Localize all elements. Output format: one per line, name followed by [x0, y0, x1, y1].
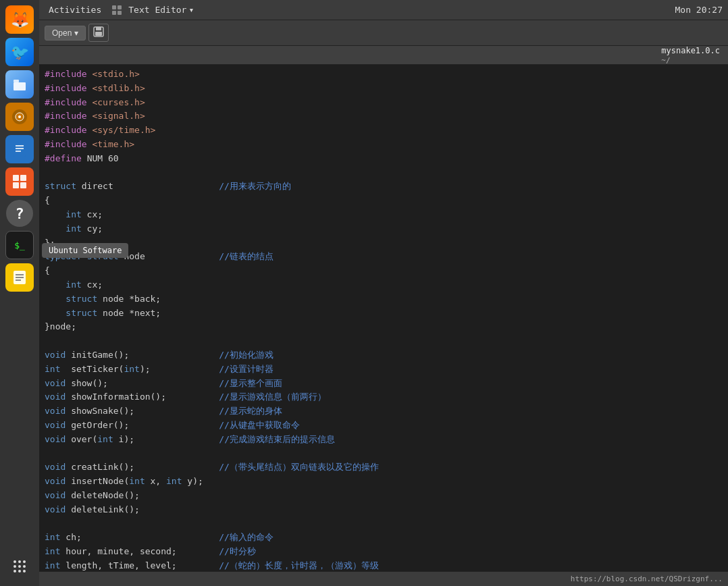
code-line: int cx;	[45, 208, 723, 222]
svg-point-24	[18, 570, 21, 572]
sidebar-item-apps[interactable]	[5, 552, 34, 581]
sidebar-item-terminal[interactable]: $_	[5, 231, 34, 259]
svg-rect-31	[96, 27, 101, 30]
svg-rect-6	[16, 145, 24, 146]
top-bar-left: Activities Text Editor ▾	[45, 3, 194, 16]
sidebar-item-ubuntu-software[interactable]	[5, 167, 34, 196]
svg-point-18	[18, 560, 21, 563]
svg-rect-7	[16, 148, 24, 149]
code-line: void deleteLink();	[45, 503, 723, 517]
bottom-url: https://blog.csdn.net/QSDrizgnf...	[571, 575, 723, 583]
code-line: typedef struct node //链表的结点	[45, 250, 723, 264]
svg-rect-0	[14, 80, 19, 82]
code-line: int cx;	[45, 278, 723, 292]
svg-rect-1	[14, 82, 26, 90]
code-line: void showSnake(); //显示蛇的身体	[45, 404, 723, 419]
sidebar: 🦊 🐦 ? $_	[0, 0, 39, 586]
bottom-bar: https://blog.csdn.net/QSDrizgnf...	[39, 571, 728, 586]
code-line	[45, 447, 723, 461]
code-line: void creatLink(); //（带头尾结点）双向链表以及它的操作	[45, 460, 723, 475]
code-line: void insertNode(int x, int y);	[45, 475, 723, 489]
svg-point-19	[23, 560, 26, 563]
tooltip: Ubuntu Software	[42, 243, 128, 258]
svg-rect-15	[16, 277, 24, 278]
code-line: #include <time.h>	[45, 138, 723, 152]
save-button[interactable]	[88, 24, 109, 42]
code-line: #include <stdio.h>	[45, 68, 723, 82]
code-line: #include <sys/time.h>	[45, 124, 723, 138]
svg-point-20	[14, 565, 16, 568]
code-line: int hour, minute, second; //时分秒	[45, 545, 723, 559]
sidebar-item-files[interactable]	[5, 70, 34, 99]
file-title: mysnake1.0.c ~/	[661, 46, 720, 65]
code-line	[45, 166, 723, 180]
code-line: int cy;	[45, 222, 723, 236]
code-line: #include <stdlib.h>	[45, 82, 723, 96]
svg-rect-26	[112, 5, 116, 9]
code-line: #define NUM 60	[45, 152, 723, 166]
toolbar: Open ▾	[39, 20, 728, 46]
code-line: void getOrder(); //从键盘中获取命令	[45, 419, 723, 433]
code-line: int length, tTime, level; //（蛇的）长度，计时器，（…	[45, 559, 723, 571]
svg-point-22	[23, 565, 26, 568]
code-line: void showInformation(); //显示游戏信息（前两行）	[45, 390, 723, 404]
open-label: Open	[52, 28, 72, 38]
svg-rect-32	[95, 32, 102, 36]
svg-rect-12	[20, 182, 26, 188]
activities-button[interactable]: Activities	[45, 3, 105, 16]
svg-point-23	[14, 570, 16, 572]
svg-rect-9	[13, 175, 19, 181]
code-content: #include <stdio.h> #include <stdlib.h> #…	[45, 68, 723, 571]
svg-rect-11	[13, 182, 19, 188]
svg-point-21	[18, 565, 21, 568]
code-editor[interactable]: #include <stdio.h> #include <stdlib.h> #…	[39, 65, 728, 571]
save-icon	[93, 26, 104, 37]
datetime-text: Mon 20:27	[675, 5, 723, 15]
svg-rect-14	[16, 274, 24, 275]
app-name-button[interactable]: Text Editor ▾	[128, 5, 194, 15]
code-line: void initGame(); //初始化游戏	[45, 348, 723, 363]
code-line: #include <curses.h>	[45, 96, 723, 110]
code-line: };	[45, 236, 723, 250]
code-line: {	[45, 264, 723, 278]
file-path: ~/	[661, 56, 670, 65]
app-dropdown-arrow: ▾	[188, 5, 194, 15]
code-line: struct node *back;	[45, 292, 723, 307]
code-line: struct direct //用来表示方向的	[45, 180, 723, 194]
svg-rect-8	[16, 151, 21, 152]
svg-point-17	[14, 560, 16, 563]
sidebar-item-firefox[interactable]: 🦊	[5, 5, 34, 34]
code-line: {	[45, 194, 723, 208]
code-line	[45, 334, 723, 348]
file-title-bar: mysnake1.0.c ~/	[39, 46, 728, 65]
app-name-label: Text Editor	[128, 5, 186, 15]
sidebar-item-rhythmbox[interactable]	[5, 103, 34, 131]
tooltip-text: Ubuntu Software	[49, 246, 122, 255]
svg-rect-29	[118, 11, 122, 15]
svg-rect-10	[20, 175, 26, 181]
svg-point-4	[18, 115, 21, 118]
top-bar: Activities Text Editor ▾ Mon 20:27	[39, 0, 728, 20]
code-line: void show(); //显示整个画面	[45, 377, 723, 391]
svg-point-25	[23, 570, 26, 572]
code-line: void over(int i); //完成游戏结束后的提示信息	[45, 433, 723, 447]
code-line: int setTicker(int); //设置计时器	[45, 363, 723, 377]
open-button[interactable]: Open ▾	[45, 26, 86, 41]
code-line: int ch; //输入的命令	[45, 531, 723, 545]
sidebar-item-help[interactable]: ?	[6, 200, 33, 227]
code-line: #include <signal.h>	[45, 109, 723, 124]
svg-rect-16	[16, 279, 21, 281]
svg-rect-27	[118, 5, 122, 9]
code-line	[45, 517, 723, 531]
sidebar-item-thunderbird[interactable]: 🐦	[5, 38, 34, 66]
code-line: void deleteNode();	[45, 489, 723, 503]
code-line: }node;	[45, 320, 723, 334]
svg-rect-28	[112, 11, 116, 15]
sidebar-item-notes[interactable]	[5, 263, 34, 292]
datetime-display: Mon 20:27	[675, 5, 723, 15]
sidebar-item-writer[interactable]	[5, 135, 34, 163]
code-line: struct node *next;	[45, 307, 723, 321]
file-name: mysnake1.0.c	[661, 46, 720, 55]
app-menu-icon	[111, 4, 123, 16]
open-arrow: ▾	[74, 28, 78, 38]
